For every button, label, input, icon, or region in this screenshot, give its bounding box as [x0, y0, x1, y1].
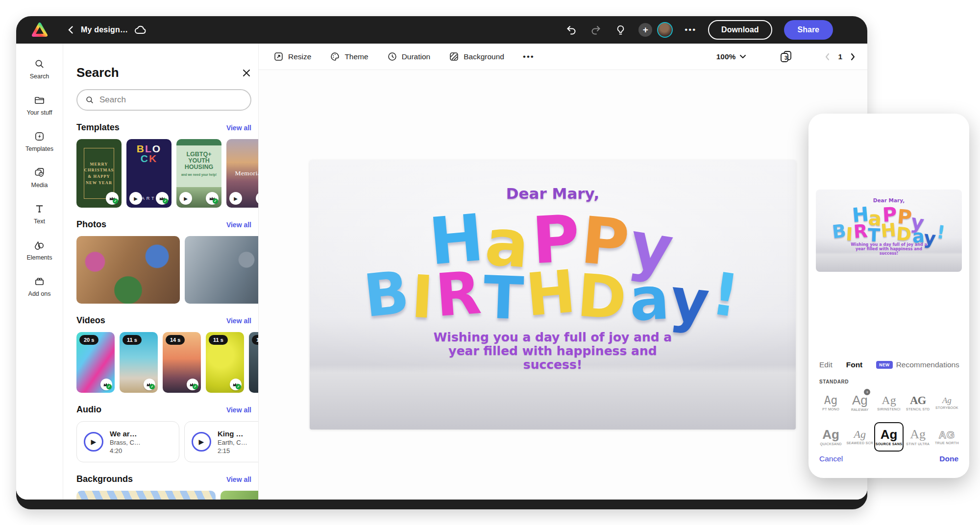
greeting-text[interactable]: Dear Mary,	[310, 185, 796, 202]
templates-view-all-link[interactable]: View all	[226, 124, 251, 132]
sidebar-item-templates[interactable]: Templates	[25, 131, 53, 152]
videos-view-all-link[interactable]: View all	[226, 317, 251, 325]
topbar: My design…	[16, 16, 867, 44]
more-options-icon[interactable]: •••	[685, 25, 696, 35]
templates-section-title: Templates	[76, 122, 120, 133]
video-thumb-person[interactable]: 17	[249, 332, 259, 393]
previous-page-icon[interactable]	[825, 53, 830, 61]
font-picker-panel: Dear Mary, HaPPy BIRTHDay! Wishing you a…	[808, 114, 969, 478]
font-option-pt-mono[interactable]: Ag PT MONO	[816, 388, 845, 417]
document-title: My design…	[81, 25, 128, 34]
photo-thumb-family-cooking[interactable]	[76, 236, 180, 304]
tab-font[interactable]: Font	[846, 360, 863, 369]
video-duration-badge: 11 s	[209, 335, 228, 345]
chevron-down-icon	[739, 54, 746, 59]
tab-recommendations[interactable]: NEW Recommendations	[876, 360, 959, 369]
video-duration-badge: 17	[252, 335, 259, 345]
sidebar-item-elements[interactable]: Elements	[26, 239, 52, 261]
add-collaborator-button[interactable]: +	[638, 23, 652, 37]
backgrounds-row	[76, 491, 258, 500]
video-thumb-sea-turtle[interactable]: 11 s ✓	[120, 332, 158, 393]
ideas-lightbulb-icon[interactable]	[614, 24, 627, 36]
premium-crown-badge: ✓	[230, 379, 242, 390]
close-icon[interactable]	[242, 68, 251, 78]
search-input[interactable]	[99, 95, 243, 105]
tab-edit[interactable]: Edit	[819, 360, 833, 369]
avatar[interactable]	[657, 22, 673, 38]
audio-card[interactable]: ▶ King … Earth, C… 2:15	[184, 421, 259, 462]
text-icon	[34, 203, 45, 215]
video-thumb-abstract-waves[interactable]: 20 s ✓	[76, 332, 115, 393]
template-card-block-party[interactable]: BLOCK PARTY ▶ ✓	[126, 139, 172, 208]
videos-row: 20 s ✓ 11 s ✓ 14 s	[76, 332, 258, 393]
canvas-toolbar: Resize Theme	[259, 44, 867, 70]
cancel-button[interactable]: Cancel	[819, 454, 843, 463]
font-grid: Ag PT MONO + Ag RALEWAY Ag SIRINSTENCI A…	[816, 388, 961, 452]
background-thumb-green-leaves[interactable]	[220, 491, 259, 500]
font-panel-actions: Cancel Done	[819, 454, 958, 463]
page-stack-count: 3	[784, 55, 787, 61]
toolbar-more-icon[interactable]: •••	[523, 52, 535, 62]
backgrounds-view-all-link[interactable]: View all	[226, 476, 251, 483]
duration-button[interactable]: Duration	[387, 51, 431, 62]
photo-thumb-office-tablet[interactable]	[185, 236, 259, 304]
share-button[interactable]: Share	[784, 20, 833, 40]
sidebar-item-your-stuff[interactable]: Your stuff	[26, 95, 52, 116]
play-badge[interactable]: ▶	[129, 192, 142, 205]
premium-crown-badge: ✓	[144, 379, 155, 390]
next-page-icon[interactable]	[850, 53, 856, 61]
video-duration-badge: 14 s	[166, 335, 185, 345]
audio-play-button[interactable]: ▶	[84, 432, 103, 452]
play-badge[interactable]: ▶	[179, 192, 192, 205]
new-badge: NEW	[876, 361, 892, 369]
undo-button[interactable]	[565, 24, 578, 36]
audio-view-all-link[interactable]: View all	[226, 406, 251, 414]
audio-play-button[interactable]: ▶	[192, 432, 211, 452]
photos-view-all-link[interactable]: View all	[226, 221, 251, 229]
video-duration-badge: 11 s	[122, 335, 142, 345]
video-thumb-sunset-hikers[interactable]: 14 s ✓	[163, 332, 201, 393]
sidebar-item-text[interactable]: Text	[34, 203, 45, 225]
video-thumb-yellow-abstract[interactable]: 11 s ✓	[206, 332, 244, 393]
left-rail: Search Your stuff Templates	[16, 44, 63, 500]
design-canvas[interactable]: Dear Mary, HaPPy BIRTHDay! Wishing you a…	[310, 160, 796, 430]
premium-crown-badge: ✓	[156, 192, 169, 205]
resize-button[interactable]: Resize	[273, 51, 311, 62]
play-badge[interactable]: ▶	[229, 192, 242, 205]
sidebar-item-search[interactable]: Search	[30, 58, 49, 80]
templates-icon	[34, 131, 45, 142]
font-option-source-sans-selected[interactable]: Ag SOURCE SANS	[874, 422, 903, 452]
template-card-christmas[interactable]: MERRY CHRISTMAS & HAPPY NEW YEAR ✓	[76, 139, 122, 208]
font-option-seaweed-scr[interactable]: Ag SEAWEED SCR	[845, 422, 874, 452]
sidebar-item-media[interactable]: Media	[31, 167, 48, 189]
theme-button[interactable]: Theme	[330, 51, 368, 62]
background-button[interactable]: Background	[449, 51, 504, 62]
headline-birthday[interactable]: BIRTHDay!	[310, 265, 796, 324]
font-option-stencil-std[interactable]: AG STENCIL STD	[904, 388, 932, 417]
search-panel: Search Templates View all	[63, 44, 259, 500]
adobe-express-logo[interactable]	[31, 22, 49, 38]
download-button[interactable]: Download	[708, 20, 772, 40]
search-input-box[interactable]	[76, 89, 251, 111]
done-button[interactable]: Done	[939, 454, 958, 463]
font-option-quicksand[interactable]: Ag QUICKSAND	[816, 422, 845, 452]
back-chevron-icon[interactable]	[65, 24, 77, 36]
photos-section-title: Photos	[76, 219, 106, 230]
redo-button[interactable]	[589, 24, 602, 36]
font-option-true-north[interactable]: AG TRUE NORTH	[932, 422, 961, 452]
font-option-storybook[interactable]: Ag STORYBOOK	[932, 388, 961, 417]
font-option-raleway[interactable]: + Ag RALEWAY	[845, 388, 874, 417]
template-card-lgbtq-youth-housing[interactable]: LGBTQ+ YOUTH HOUSING and we need your he…	[176, 139, 221, 208]
font-sync-badge: +	[864, 389, 870, 395]
folder-icon	[34, 95, 45, 106]
zoom-control[interactable]: 100%	[716, 52, 747, 61]
audio-card[interactable]: ▶ We ar… Brass, C… 4:20	[76, 421, 179, 462]
font-option-sirinstenci[interactable]: Ag SIRINSTENCI	[874, 388, 903, 417]
font-option-stint-ultra[interactable]: Ag STINT ULTRA	[904, 422, 932, 452]
sidebar-item-add-ons[interactable]: Add ons	[28, 276, 51, 297]
background-thumb-blue-swirl[interactable]	[76, 491, 216, 500]
pages-overview-button[interactable]: 3	[779, 50, 793, 64]
template-card-memorial[interactable]: Memorial ▶ ✓	[226, 139, 259, 208]
canvas-stage: Dear Mary, HaPPy BIRTHDay! Wishing you a…	[259, 70, 867, 500]
message-text[interactable]: Wishing you a day full of joy and a year…	[310, 331, 796, 372]
